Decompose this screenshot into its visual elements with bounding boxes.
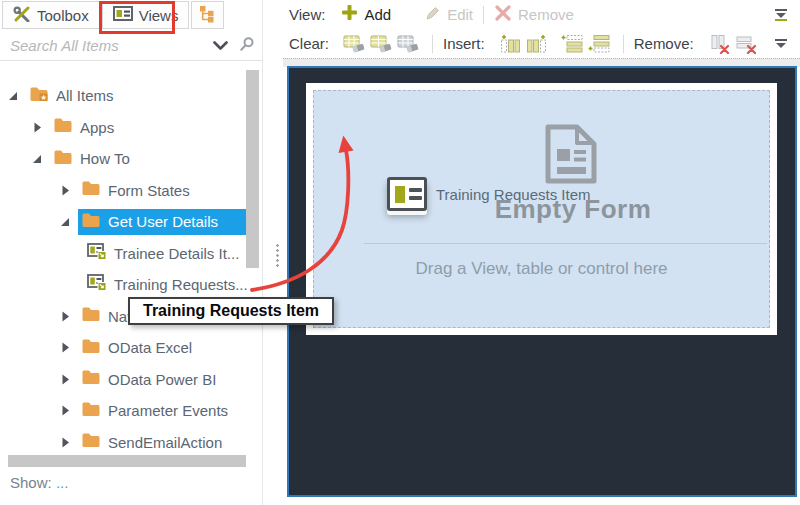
tree-vertical-scrollbar[interactable] (246, 70, 259, 268)
remove-section-label: Remove: (634, 35, 694, 52)
collapsed-arrow-icon[interactable] (58, 311, 72, 322)
tab-hierarchy[interactable] (191, 1, 224, 29)
collapsed-arrow-icon[interactable] (58, 405, 72, 416)
search-input[interactable] (0, 37, 213, 54)
folder-icon (81, 338, 101, 358)
tree-item-label: Training Requests... (114, 276, 248, 293)
edit-view-label: Edit (447, 6, 473, 23)
tree-item-odata-power-bi[interactable]: OData Power BI (0, 364, 262, 396)
tree-item-odata-excel[interactable]: OData Excel (0, 332, 262, 364)
insert-section-label: Insert: (443, 35, 485, 52)
tree-item-label: SendEmailAction (108, 434, 222, 451)
view-toolbar-label: View: (289, 6, 325, 23)
tree-item-label: Parameter Events (108, 402, 228, 419)
tree-item-label: OData Excel (108, 339, 192, 356)
form-designer: Toolbox Views (0, 0, 800, 505)
folder-icon (81, 306, 101, 326)
edit-view-button[interactable]: Edit (425, 5, 473, 25)
tree-item-trainee-details[interactable]: Trainee Details It... (0, 238, 262, 270)
wrench-icon (13, 6, 31, 25)
remove-column-icon[interactable] (706, 32, 733, 56)
plus-icon (341, 4, 358, 25)
folder-icon (53, 117, 73, 137)
collapsed-arrow-icon[interactable] (30, 122, 44, 133)
tree-item-label: Form States (108, 182, 190, 199)
drag-ghost-view-icon (387, 177, 427, 211)
remove-view-button[interactable]: Remove (494, 5, 574, 25)
tab-toolbox-label: Toolbox (37, 7, 89, 24)
chevron-down-icon[interactable] (213, 37, 228, 55)
tree-item-get-user-details[interactable]: Get User Details (0, 206, 262, 238)
tab-views[interactable]: Views (102, 1, 190, 29)
item-view-icon (87, 243, 107, 264)
drop-hint-text: Drag a View, table or control here (314, 259, 769, 279)
design-canvas: Empty Form Drag a View, table or control… (287, 66, 797, 497)
add-view-label: Add (364, 6, 391, 23)
pencil-icon (425, 5, 441, 25)
tree-item-sendemailaction[interactable]: SendEmailAction (0, 427, 262, 459)
remove-view-label: Remove (518, 6, 574, 23)
search-bar (0, 31, 262, 61)
insert-column-left-icon[interactable] (497, 32, 524, 56)
clear-section-label: Clear: (289, 35, 329, 52)
insert-column-right-icon[interactable] (524, 32, 551, 56)
view-icon (113, 6, 133, 24)
clear-row-icon[interactable] (368, 32, 395, 56)
insert-row-below-icon[interactable] (586, 32, 613, 56)
layout-toolbar: Clear: Insert: (283, 29, 800, 58)
show-label: Show: (10, 474, 52, 491)
item-view-icon (87, 274, 107, 295)
search-icon[interactable] (240, 37, 254, 55)
remove-row-icon[interactable] (733, 32, 760, 56)
tree-item-label: Trainee Details It... (114, 245, 239, 262)
folder-icon (53, 149, 73, 169)
folder-icon (81, 180, 101, 200)
show-row: Show: ... (10, 474, 68, 491)
tooltip-text: Training Requests Item (143, 302, 319, 320)
x-icon (494, 5, 512, 25)
tree-item-label: How To (80, 150, 130, 167)
tree-item-label: Apps (80, 119, 114, 136)
tree-item-form-states[interactable]: Form States (0, 175, 262, 207)
form-drop-zone[interactable]: Empty Form Drag a View, table or control… (313, 90, 770, 328)
form-divider-line (364, 243, 767, 244)
folder-icon (81, 212, 101, 232)
tree-item-training-requests[interactable]: Training Requests... (0, 269, 262, 301)
selected-tree-item[interactable]: Get User Details (78, 209, 247, 235)
designer-panel: View: Add Edit Remove Clear: (283, 0, 800, 505)
tree-item-all-items[interactable]: ★ All Items (0, 80, 262, 112)
svg-text:★: ★ (40, 93, 47, 102)
tab-toolbox[interactable]: Toolbox (2, 1, 100, 29)
expanded-arrow-icon[interactable] (30, 154, 44, 164)
layout-toolbar-overflow-button[interactable] (767, 32, 794, 56)
panel-splitter[interactable] (263, 0, 283, 505)
item-tree: ★ All Items Apps How To (0, 80, 262, 458)
folder-icon (81, 401, 101, 421)
add-view-button[interactable]: Add (341, 4, 391, 25)
insert-row-above-icon[interactable] (559, 32, 586, 56)
tree-item-how-to[interactable]: How To (0, 143, 262, 175)
toolbar-overflow-button[interactable] (767, 3, 794, 27)
show-more-link[interactable]: ... (56, 474, 69, 491)
explorer-panel: Toolbox Views (0, 0, 263, 505)
form-surface: Empty Form Drag a View, table or control… (306, 83, 777, 335)
expanded-arrow-icon[interactable] (6, 91, 20, 101)
tree-horizontal-scrollbar[interactable] (8, 455, 246, 467)
collapsed-arrow-icon[interactable] (58, 437, 72, 448)
tree-item-label: All Items (56, 87, 114, 104)
explorer-tabbar: Toolbox Views (0, 0, 224, 30)
drag-ghost[interactable]: Training Requests Item (387, 177, 591, 211)
expanded-arrow-icon[interactable] (58, 217, 72, 227)
clear-table-icon[interactable] (395, 32, 422, 56)
folder-star-icon: ★ (29, 86, 49, 106)
collapsed-arrow-icon[interactable] (58, 342, 72, 353)
collapsed-arrow-icon[interactable] (58, 374, 72, 385)
tree-item-apps[interactable]: Apps (0, 112, 262, 144)
hierarchy-icon (199, 5, 216, 26)
tree-item-parameter-events[interactable]: Parameter Events (0, 395, 262, 427)
tab-views-label: Views (139, 7, 179, 24)
splitter-handle-icon (276, 243, 279, 267)
collapsed-arrow-icon[interactable] (58, 185, 72, 196)
clear-contents-icon[interactable] (341, 32, 368, 56)
folder-icon (81, 432, 101, 452)
